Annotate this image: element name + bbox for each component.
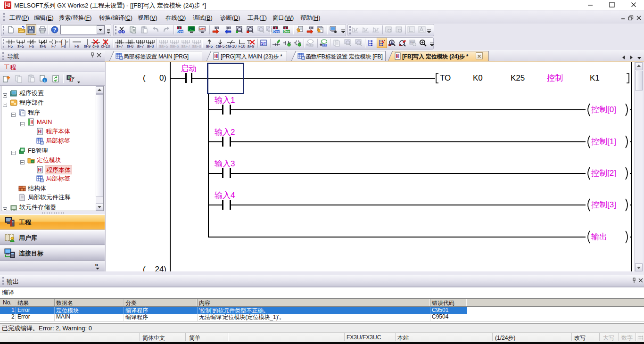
- svg-text:HEX: HEX: [199, 28, 205, 31]
- svg-text:Dev: Dev: [284, 30, 290, 33]
- svg-text:Dev: Dev: [273, 30, 280, 33]
- svg-text:Dev: Dev: [177, 30, 183, 33]
- svg-text:ST: ST: [261, 41, 267, 46]
- svg-text:»: »: [95, 262, 98, 268]
- svg-text:>_: >_: [190, 28, 193, 31]
- svg-text:?: ?: [53, 27, 57, 33]
